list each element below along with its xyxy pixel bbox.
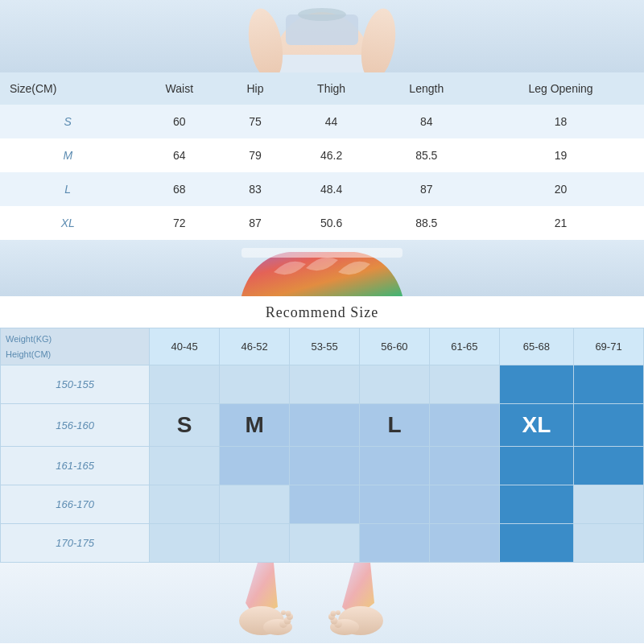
waist-xl: 72 [136, 206, 224, 240]
cell-166-56 [360, 485, 430, 524]
length-xl: 88.5 [376, 206, 478, 240]
leg-opening-m: 19 [477, 138, 644, 172]
table-row: L 68 83 48.4 87 20 [0, 172, 644, 206]
xl-label: XL [522, 412, 551, 437]
cell-170-69 [574, 524, 644, 563]
hip-s: 75 [223, 105, 287, 138]
leg-opening-l: 20 [477, 172, 644, 206]
cell-166-65 [499, 485, 573, 524]
svg-point-23 [336, 610, 341, 615]
length-m: 85.5 [376, 138, 478, 172]
size-l: L [0, 172, 136, 206]
cell-166-53 [290, 485, 360, 524]
cell-150-61 [429, 365, 499, 404]
cell-161-56 [360, 447, 430, 485]
cell-161-69 [574, 447, 644, 485]
svg-point-15 [286, 611, 291, 617]
height-row-150-155: 150-155 [1, 365, 644, 404]
corner-header: Weight(KG) Height(CM) [1, 328, 150, 365]
length-s: 84 [376, 105, 478, 138]
cell-150-56 [360, 365, 430, 404]
cell-170-46 [220, 524, 290, 563]
height-row-156-160: 156-160 S M L XL [1, 404, 644, 447]
height-label-161: 161-165 [1, 447, 150, 485]
cell-156-56: L [360, 404, 430, 447]
cell-161-53 [290, 447, 360, 485]
height-row-170-175: 170-175 [1, 524, 644, 563]
col-header-size: Size(CM) [0, 72, 136, 105]
middle-strip [0, 240, 644, 296]
thigh-s: 44 [287, 105, 376, 138]
cell-156-69 [574, 404, 644, 447]
cell-161-65 [499, 447, 573, 485]
svg-point-16 [281, 610, 286, 615]
cell-170-40 [150, 524, 220, 563]
col-header-length: Length [376, 72, 478, 105]
recommend-title: Recommend Size [0, 296, 644, 328]
recommend-table: Weight(KG) Height(CM) 40-45 46-52 53-55 … [0, 328, 644, 563]
bottom-image [0, 563, 644, 643]
cm-size-table: Size(CM) Waist Hip Thigh Length Leg Open… [0, 72, 644, 240]
waist-l: 68 [136, 172, 224, 206]
cell-166-40 [150, 485, 220, 524]
svg-point-22 [331, 611, 336, 617]
waist-m: 64 [136, 138, 224, 172]
cell-156-61 [429, 404, 499, 447]
cell-170-65 [499, 524, 573, 563]
weight-col-1: 40-45 [150, 328, 220, 365]
weight-col-6: 65-68 [499, 328, 573, 365]
cell-150-69 [574, 365, 644, 404]
size-s: S [0, 105, 136, 138]
svg-rect-9 [0, 563, 644, 643]
table-row: S 60 75 44 84 18 [0, 105, 644, 138]
cell-150-53 [290, 365, 360, 404]
thigh-xl: 50.6 [287, 206, 376, 240]
thigh-m: 46.2 [287, 138, 376, 172]
height-row-166-170: 166-170 [1, 485, 644, 524]
cell-170-61 [429, 524, 499, 563]
cell-166-69 [574, 485, 644, 524]
recommend-section: Recommend Size Weight(KG) Height(CM) 40-… [0, 296, 644, 563]
weight-col-2: 46-52 [220, 328, 290, 365]
s-label: S [177, 412, 192, 437]
cell-156-53 [290, 404, 360, 447]
weight-col-3: 53-55 [290, 328, 360, 365]
size-xl: XL [0, 206, 136, 240]
cell-161-40 [150, 447, 220, 485]
weight-col-4: 56-60 [360, 328, 430, 365]
weight-col-5: 61-65 [429, 328, 499, 365]
page-wrapper: Size(CM) Waist Hip Thigh Length Leg Open… [0, 0, 644, 644]
cell-150-46 [220, 365, 290, 404]
l-label: L [387, 412, 401, 437]
col-header-hip: Hip [223, 72, 287, 105]
length-l: 87 [376, 172, 478, 206]
height-row-161-165: 161-165 [1, 447, 644, 485]
cell-150-40 [150, 365, 220, 404]
table-row: XL 72 87 50.6 88.5 21 [0, 206, 644, 240]
weight-col-7: 69-71 [574, 328, 644, 365]
hip-xl: 87 [223, 206, 287, 240]
cell-166-46 [220, 485, 290, 524]
cell-170-56 [360, 524, 430, 563]
col-header-leg-opening: Leg Opening [477, 72, 644, 105]
cell-156-40: S [150, 404, 220, 447]
col-header-thigh: Thigh [287, 72, 376, 105]
height-label-156: 156-160 [1, 404, 150, 447]
svg-point-3 [298, 8, 346, 21]
height-label-170: 170-175 [1, 524, 150, 563]
svg-rect-4 [274, 55, 370, 72]
cell-156-46: M [220, 404, 290, 447]
cell-156-65: XL [499, 404, 573, 447]
size-m: M [0, 138, 136, 172]
height-label-166: 166-170 [1, 485, 150, 524]
waist-s: 60 [136, 105, 224, 138]
cell-161-61 [429, 447, 499, 485]
height-label-150: 150-155 [1, 365, 150, 404]
cell-161-46 [220, 447, 290, 485]
table-row: M 64 79 46.2 85.5 19 [0, 138, 644, 172]
hip-l: 83 [223, 172, 287, 206]
col-header-waist: Waist [136, 72, 224, 105]
m-label: M [245, 412, 263, 437]
leg-opening-s: 18 [477, 105, 644, 138]
hip-m: 79 [223, 138, 287, 172]
